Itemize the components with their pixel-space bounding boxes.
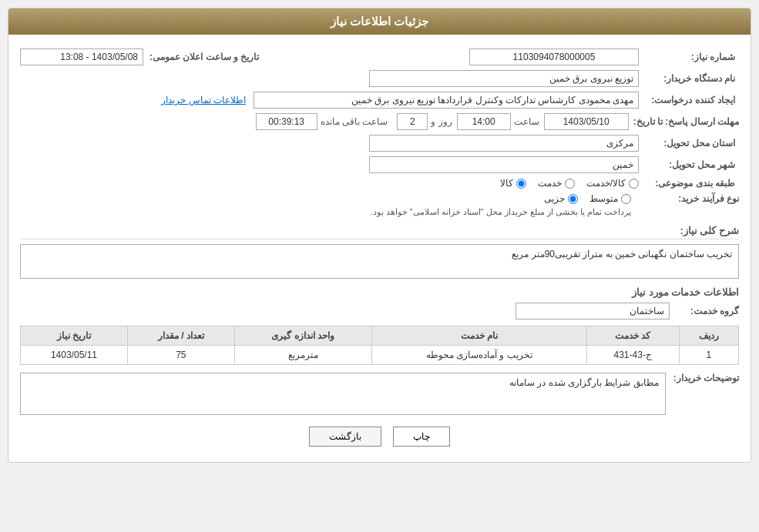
city-value: خمین bbox=[369, 156, 639, 173]
cell-unit: مترمربع bbox=[234, 346, 371, 365]
radio-kala[interactable] bbox=[516, 179, 526, 189]
province-value: مرکزی bbox=[369, 135, 639, 152]
category-radio-group: کالا/خدمت خدمت کالا bbox=[500, 178, 639, 189]
radio-khadamat[interactable] bbox=[565, 179, 575, 189]
table-row: 1ج-43-431تخریب و آماده‌سازی محوطهمترمربع… bbox=[21, 346, 739, 365]
remaining-label: ساعت باقی مانده bbox=[321, 116, 388, 127]
services-section: اطلاعات خدمات مورد نیاز گروه خدمت: ساختم… bbox=[20, 286, 739, 365]
col-name: نام خدمت bbox=[371, 326, 586, 346]
category-kala[interactable]: کالا bbox=[500, 178, 526, 189]
deadline-label: مهلت ارسال پاسخ: تا تاریخ: bbox=[633, 116, 739, 127]
col-code: کد خدمت bbox=[586, 326, 679, 346]
radio-motavasset[interactable] bbox=[621, 194, 631, 204]
purchase-options: متوسط جزیی پرداخت تمام یا بخشی از مبلغ خ… bbox=[370, 193, 631, 217]
deadline-days: 2 bbox=[397, 113, 428, 130]
deadline-date: 1403/05/10 bbox=[544, 113, 629, 130]
cell-code: ج-43-431 bbox=[586, 346, 679, 365]
purchase-type-label: نوع فرآیند خرید: bbox=[639, 193, 739, 204]
deadline-days-label: روز و bbox=[431, 116, 452, 127]
cell-date: 1403/05/11 bbox=[21, 346, 128, 365]
purchase-motavasset[interactable]: متوسط bbox=[589, 193, 631, 204]
purchase-desc: پرداخت تمام یا بخشی از مبلغ خریداز محل "… bbox=[370, 207, 631, 217]
announce-value: 1403/05/08 - 13:08 bbox=[20, 49, 143, 65]
back-button[interactable]: بازگشت bbox=[309, 427, 381, 447]
cell-name: تخریب و آماده‌سازی محوطه bbox=[371, 346, 586, 365]
col-date: تاریخ نیاز bbox=[21, 326, 128, 346]
col-unit: واحد اندازه گیری bbox=[234, 326, 371, 346]
category-khadamat[interactable]: خدمت bbox=[538, 178, 575, 189]
col-row: ردیف bbox=[679, 326, 738, 346]
service-group-value: ساختمان bbox=[516, 303, 670, 320]
cell-quantity: 75 bbox=[127, 346, 234, 365]
service-group-row: گروه خدمت: ساختمان bbox=[20, 303, 739, 320]
creator-label: ایجاد کننده درخواست: bbox=[639, 95, 739, 105]
buyer-notes-row: توضیحات خریدار: مطابق شرایط بارگزاری شده… bbox=[20, 373, 739, 415]
deadline-time-label: ساعت bbox=[514, 116, 539, 127]
purchase-radio-row: متوسط جزیی bbox=[370, 193, 631, 204]
province-label: استان محل تحویل: bbox=[639, 138, 739, 149]
cell-row: 1 bbox=[679, 346, 738, 365]
service-group-label: گروه خدمت: bbox=[677, 306, 739, 316]
remaining-value: 00:39:13 bbox=[256, 113, 317, 130]
need-number-label: شماره نیاز: bbox=[639, 52, 739, 62]
buyer-notes-label: توضیحات خریدار: bbox=[673, 373, 739, 383]
print-button[interactable]: چاپ bbox=[393, 427, 450, 447]
announce-label: تاریخ و ساعت اعلان عمومی: bbox=[149, 52, 259, 62]
col-qty: تعداد / مقدار bbox=[127, 326, 234, 346]
radio-kala-khadamat[interactable] bbox=[629, 179, 639, 189]
page-title: جزئیات اطلاعات نیاز bbox=[331, 15, 428, 28]
category-label: طبقه بندی موضوعی: bbox=[639, 178, 739, 189]
services-table: ردیف کد خدمت نام خدمت واحد اندازه گیری ت… bbox=[20, 326, 739, 365]
buyer-notes-box: مطابق شرایط بارگزاری شده در سامانه bbox=[20, 373, 666, 415]
table-header-row: ردیف کد خدمت نام خدمت واحد اندازه گیری ت… bbox=[21, 326, 739, 346]
need-desc-section-title: شرح کلی نیاز: bbox=[20, 225, 739, 239]
creator-contact-link[interactable]: اطلاعات تماس خریدار bbox=[161, 95, 246, 105]
services-info-title: اطلاعات خدمات مورد نیاز bbox=[20, 286, 739, 298]
org-name-value: توزیع نیروی برق خمین bbox=[369, 70, 639, 87]
page-header: جزئیات اطلاعات نیاز bbox=[8, 8, 751, 35]
purchase-jozvi[interactable]: جزیی bbox=[544, 193, 578, 204]
creator-value: مهدی محمودی کارشناس تدارکات وکنترل قرارد… bbox=[254, 92, 639, 109]
actions-row: چاپ بازگشت bbox=[20, 427, 739, 447]
city-label: شهر محل تحویل: bbox=[639, 159, 739, 170]
org-name-label: نام دستگاه خریدار: bbox=[639, 73, 739, 84]
deadline-time: 14:00 bbox=[457, 113, 511, 130]
radio-jozvi[interactable] bbox=[568, 194, 578, 204]
category-kala-khadamat[interactable]: کالا/خدمت bbox=[586, 178, 639, 189]
need-desc-box: تخریب ساختمان نگهبانی خمین به متراز تقری… bbox=[20, 244, 739, 279]
need-number-value: 1103094078000005 bbox=[469, 49, 639, 65]
